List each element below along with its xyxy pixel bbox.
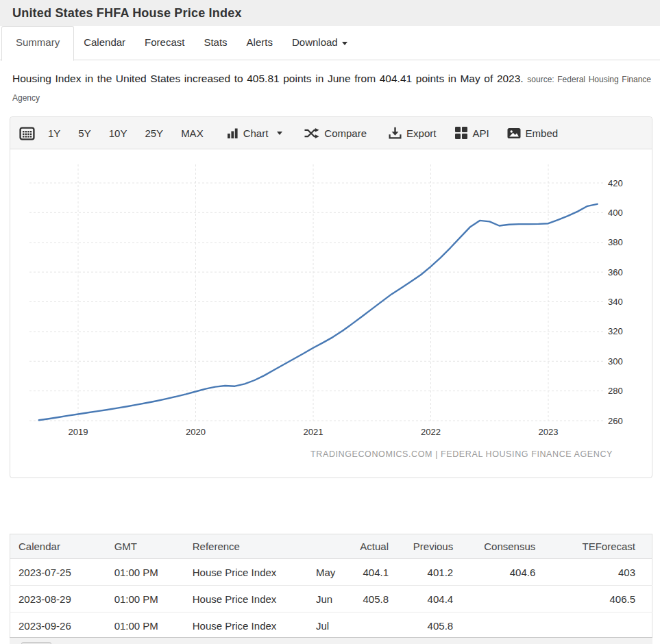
svg-text:260: 260 bbox=[608, 416, 623, 426]
export-button[interactable]: Export bbox=[389, 127, 436, 139]
cell-calendar: 2023-07-25 bbox=[10, 559, 106, 586]
compare-button[interactable]: Compare bbox=[304, 127, 367, 139]
cell-actual: 405.8 bbox=[342, 586, 397, 612]
col-gmt[interactable]: GMT bbox=[106, 534, 184, 559]
cell-gmt: 01:00 PM bbox=[106, 559, 184, 586]
download-icon bbox=[389, 127, 402, 139]
tab-label: Download bbox=[292, 36, 338, 48]
chart-panel: 1Y 5Y 10Y 25Y MAX Chart Compare Exp bbox=[10, 116, 652, 478]
svg-text:2020: 2020 bbox=[186, 427, 206, 437]
cell-period: Jun bbox=[308, 586, 342, 612]
tab-summary[interactable]: Summary bbox=[1, 26, 74, 61]
embed-label: Embed bbox=[526, 127, 559, 139]
tab-stats[interactable]: Stats bbox=[194, 26, 236, 60]
svg-text:340: 340 bbox=[608, 297, 623, 307]
chart-watermark: TRADINGECONOMICS.COM | FEDERAL HOUSING F… bbox=[310, 449, 613, 459]
tab-label: Alerts bbox=[247, 36, 273, 48]
col-previous[interactable]: Previous bbox=[397, 534, 461, 559]
tab-label: Calendar bbox=[84, 36, 125, 48]
cell-consensus bbox=[461, 586, 543, 612]
chevron-down-icon bbox=[277, 132, 282, 135]
shuffle-icon bbox=[304, 127, 319, 139]
svg-text:420: 420 bbox=[608, 178, 623, 188]
svg-text:2023: 2023 bbox=[539, 427, 559, 437]
svg-text:320: 320 bbox=[608, 326, 623, 336]
svg-text:280: 280 bbox=[608, 386, 623, 396]
col-teforecast[interactable]: TEForecast bbox=[543, 534, 652, 559]
tab-calendar[interactable]: Calendar bbox=[74, 26, 135, 60]
cell-consensus bbox=[461, 612, 543, 639]
svg-text:360: 360 bbox=[608, 267, 623, 277]
range-button-5y[interactable]: 5Y bbox=[78, 127, 90, 139]
table-row[interactable]: 2023-09-26 01:00 PM House Price Index Ju… bbox=[10, 612, 652, 639]
summary-text: Housing Index in the United States incre… bbox=[12, 70, 651, 107]
cell-previous: 401.2 bbox=[397, 559, 461, 586]
next-section-strip bbox=[10, 637, 652, 644]
datepicker-button[interactable] bbox=[19, 126, 35, 140]
table-header: Calendar GMT Reference Actual Previous C… bbox=[10, 534, 652, 559]
tab-label: Forecast bbox=[145, 36, 184, 48]
cell-reference: House Price Index bbox=[184, 559, 308, 586]
tab-bar: Summary Calendar Forecast Stats Alerts D… bbox=[0, 26, 660, 60]
api-button[interactable]: API bbox=[455, 127, 489, 139]
embed-button[interactable]: Embed bbox=[507, 127, 559, 139]
grid-icon bbox=[455, 127, 467, 139]
cell-teforecast: 406.5 bbox=[543, 586, 652, 612]
tab-label: Stats bbox=[204, 36, 227, 48]
calendar-icon bbox=[19, 126, 35, 140]
page-header: United States FHFA House Price Index bbox=[0, 0, 660, 26]
col-period bbox=[308, 534, 342, 559]
cell-calendar: 2023-09-26 bbox=[10, 612, 106, 639]
tab-forecast[interactable]: Forecast bbox=[135, 26, 194, 60]
table-row[interactable]: 2023-07-25 01:00 PM House Price Index Ma… bbox=[10, 559, 652, 586]
cell-calendar: 2023-08-29 bbox=[10, 586, 106, 612]
cell-previous: 404.4 bbox=[397, 586, 461, 612]
svg-text:2021: 2021 bbox=[304, 427, 323, 437]
chart-toolbar: 1Y 5Y 10Y 25Y MAX Chart Compare Exp bbox=[10, 117, 652, 149]
export-label: Export bbox=[406, 127, 436, 139]
chevron-down-icon bbox=[342, 42, 347, 45]
cell-reference: House Price Index bbox=[184, 612, 308, 639]
cell-gmt: 01:00 PM bbox=[106, 586, 184, 612]
cell-teforecast: 403 bbox=[543, 559, 652, 586]
table-row[interactable]: 2023-08-29 01:00 PM House Price Index Ju… bbox=[10, 586, 652, 612]
image-icon bbox=[507, 127, 521, 139]
cell-period: Jul bbox=[308, 612, 342, 639]
range-button-1y[interactable]: 1Y bbox=[48, 127, 60, 139]
cell-previous: 405.8 bbox=[397, 612, 461, 639]
tab-download[interactable]: Download bbox=[282, 26, 357, 60]
page-title: United States FHFA House Price Index bbox=[12, 6, 242, 21]
svg-text:400: 400 bbox=[608, 208, 623, 218]
cell-actual: 404.1 bbox=[342, 559, 397, 586]
svg-text:380: 380 bbox=[608, 237, 623, 247]
range-button-25y[interactable]: 25Y bbox=[145, 127, 163, 139]
chart-line bbox=[39, 204, 598, 421]
col-calendar[interactable]: Calendar bbox=[10, 534, 106, 559]
svg-text:300: 300 bbox=[608, 356, 623, 367]
tab-label: Summary bbox=[16, 36, 60, 48]
col-consensus[interactable]: Consensus bbox=[461, 534, 543, 559]
chart-dropdown-label: Chart bbox=[243, 127, 269, 139]
compare-label: Compare bbox=[324, 127, 367, 139]
range-button-10y[interactable]: 10Y bbox=[109, 127, 127, 139]
col-reference[interactable]: Reference bbox=[184, 534, 308, 559]
chart-type-dropdown[interactable]: Chart bbox=[228, 127, 283, 139]
cell-reference: House Price Index bbox=[184, 586, 308, 612]
range-button-max[interactable]: MAX bbox=[181, 127, 204, 139]
bar-chart-icon bbox=[228, 128, 239, 138]
releases-table: Calendar GMT Reference Actual Previous C… bbox=[10, 534, 652, 639]
cell-actual bbox=[342, 612, 397, 639]
svg-text:2022: 2022 bbox=[421, 427, 441, 437]
cell-consensus: 404.6 bbox=[461, 559, 543, 586]
tab-alerts[interactable]: Alerts bbox=[237, 26, 282, 60]
svg-text:2019: 2019 bbox=[69, 427, 88, 437]
cell-period: May bbox=[308, 559, 342, 586]
cell-gmt: 01:00 PM bbox=[106, 612, 184, 639]
cell-teforecast bbox=[543, 612, 652, 639]
api-label: API bbox=[472, 127, 489, 139]
summary-sentence: Housing Index in the United States incre… bbox=[12, 73, 524, 84]
price-chart[interactable]: 4204003803603403203002802602019202020212… bbox=[10, 149, 652, 478]
col-actual[interactable]: Actual bbox=[342, 534, 397, 559]
